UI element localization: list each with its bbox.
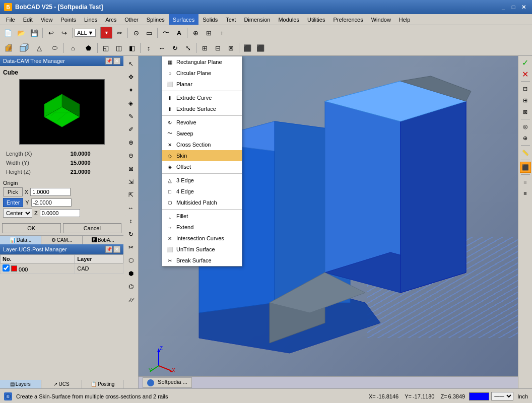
rt-btn-5[interactable]: ⊕: [520, 132, 531, 144]
menu-skin[interactable]: ◇ Skin: [162, 150, 242, 161]
menu-utilities[interactable]: Utilities: [303, 14, 329, 25]
tb-cone[interactable]: △: [32, 41, 46, 55]
tab-cam[interactable]: ⚙ CAM...: [41, 236, 83, 244]
tb-zoom-ext[interactable]: ⊕: [189, 27, 202, 39]
menu-arcs[interactable]: Arcs: [101, 14, 120, 25]
tb-pencil[interactable]: ✏: [113, 27, 125, 39]
menu-fillet[interactable]: ◟ Fillet: [162, 211, 242, 222]
menu-circular-plane[interactable]: ○ Circular Plane: [162, 68, 242, 79]
tb-new[interactable]: 📄: [2, 27, 14, 39]
tb-curve[interactable]: 〜: [160, 27, 172, 39]
menu-dimension[interactable]: Dimension: [240, 14, 274, 25]
line-style-select[interactable]: ——: [491, 392, 513, 400]
rt-btn-2[interactable]: ⊞: [520, 95, 531, 106]
rt-btn-7[interactable]: ≡: [520, 176, 531, 187]
rt-cancel[interactable]: ✕: [520, 69, 531, 80]
vert-btn-8[interactable]: ⊖: [125, 150, 137, 162]
vert-btn-14[interactable]: ↻: [125, 228, 137, 240]
menu-window[interactable]: Window: [367, 14, 395, 25]
tb-open[interactable]: 📂: [15, 27, 27, 39]
tab-data[interactable]: 📊 Data...: [0, 236, 41, 244]
tb-cam2[interactable]: ⬛: [254, 42, 267, 54]
menu-file[interactable]: File: [2, 14, 19, 25]
tb-arrow1[interactable]: ↕: [143, 42, 155, 54]
tb-minus[interactable]: ⊟: [212, 42, 224, 54]
menu-other[interactable]: Other: [120, 14, 143, 25]
vert-btn-9[interactable]: ⊠: [125, 163, 137, 175]
vert-btn-18[interactable]: ⌬: [125, 281, 137, 293]
tb-box[interactable]: [2, 41, 16, 55]
tb-surface2[interactable]: ◫: [113, 42, 125, 54]
color-bar[interactable]: [469, 392, 489, 400]
tb-text-a[interactable]: A: [173, 27, 185, 39]
cam-tree-close[interactable]: ✕: [113, 57, 120, 64]
menu-text[interactable]: Text: [222, 14, 240, 25]
tb-surface1[interactable]: ◱: [100, 42, 112, 54]
menu-extend[interactable]: → Extend: [162, 222, 242, 233]
tb-scale[interactable]: ⤡: [182, 42, 194, 54]
tb-plus[interactable]: ⊞: [198, 42, 211, 54]
vert-btn-12[interactable]: ↔: [125, 202, 137, 214]
menu-preferences[interactable]: Preferences: [329, 14, 367, 25]
rt-check[interactable]: ✓: [520, 57, 531, 68]
tab-boba[interactable]: 🅱 BobA...: [83, 236, 123, 244]
menu-offset[interactable]: ◈ Offset: [162, 161, 242, 172]
tb-rotate[interactable]: ↻: [169, 42, 181, 54]
menu-view[interactable]: View: [37, 14, 57, 25]
tb-cube[interactable]: [17, 41, 31, 55]
menu-surfaces[interactable]: Surfaces: [169, 14, 198, 25]
cancel-button[interactable]: Cancel: [63, 223, 122, 233]
vert-btn-6[interactable]: ✐: [125, 123, 137, 136]
rt-btn-4[interactable]: ◎: [520, 121, 531, 132]
menu-sweep[interactable]: 〜 Sweep: [162, 128, 242, 139]
menu-3edge[interactable]: △ 3 Edge: [162, 175, 242, 186]
menu-extrude-curve[interactable]: ⬆ Extrude Curve: [162, 92, 242, 103]
vert-btn-11[interactable]: ⇱: [125, 189, 137, 201]
menu-multisided-patch[interactable]: ⬡ Multisided Patch: [162, 197, 242, 208]
tb-rect[interactable]: ▭: [143, 27, 155, 39]
tb-circle[interactable]: ⊙: [130, 27, 142, 39]
menu-untrim-surface[interactable]: ⬜ UnTrim Surface: [162, 244, 242, 255]
tb-cam1[interactable]: ⬛: [241, 42, 253, 54]
tb-house[interactable]: ⌂: [66, 41, 80, 55]
vert-btn-5[interactable]: ✎: [125, 110, 137, 122]
y-input[interactable]: [31, 198, 72, 207]
rt-btn-orange[interactable]: ⬛: [520, 162, 531, 173]
menu-planar[interactable]: ⬜ Planar: [162, 79, 242, 90]
tb-surface3[interactable]: ◧: [126, 42, 138, 54]
tb-arrow2[interactable]: ↔: [156, 42, 168, 54]
viewport[interactable]: ▦ Rectangular Plane ○ Circular Plane ⬜ P…: [139, 56, 518, 388]
tb-x[interactable]: ⊠: [225, 42, 237, 54]
layer-panel-pin[interactable]: 📌: [105, 246, 112, 253]
rt-btn-8[interactable]: ≡: [520, 188, 531, 199]
vert-btn-4[interactable]: ◈: [125, 97, 137, 109]
vert-btn-15[interactable]: ✂: [125, 241, 137, 253]
vert-btn-10[interactable]: ⇲: [125, 176, 137, 188]
close-button[interactable]: ✕: [519, 3, 528, 11]
menu-points[interactable]: Points: [56, 14, 80, 25]
vert-btn-3[interactable]: ✦: [125, 84, 137, 96]
menu-extrude-surface[interactable]: ⬆ Extrude Surface: [162, 103, 242, 114]
cam-tree-pin[interactable]: 📌: [105, 57, 112, 64]
tb-zoom-sel[interactable]: ⊞: [203, 27, 215, 39]
vert-btn-17[interactable]: ⬢: [125, 267, 137, 280]
menu-splines[interactable]: Splines: [143, 14, 169, 25]
tb-undo[interactable]: ↩: [45, 27, 57, 39]
vert-btn-13[interactable]: ↕: [125, 215, 137, 227]
menu-edit[interactable]: Edit: [19, 14, 37, 25]
ok-button[interactable]: OK: [2, 223, 61, 233]
select-all-dropdown[interactable]: ALL ▼: [75, 29, 96, 37]
tb-shape2[interactable]: ⬟: [81, 41, 95, 55]
vert-btn-7[interactable]: ⊕: [125, 137, 137, 149]
vert-btn-19[interactable]: ⌭: [125, 294, 137, 306]
maximize-button[interactable]: □: [509, 3, 518, 11]
vert-btn-16[interactable]: ⬡: [125, 254, 137, 266]
menu-modules[interactable]: Modules: [274, 14, 303, 25]
tb-color-red[interactable]: ▼: [100, 27, 112, 39]
rt-btn-3[interactable]: ⊠: [520, 106, 531, 117]
viewport-tab-item[interactable]: Softpedia ...: [143, 377, 192, 387]
minimize-button[interactable]: _: [499, 3, 508, 11]
menu-4edge[interactable]: □ 4 Edge: [162, 186, 242, 197]
tb-cylinder[interactable]: ⬭: [47, 41, 61, 55]
menu-revolve[interactable]: ↻ Revolve: [162, 117, 242, 128]
